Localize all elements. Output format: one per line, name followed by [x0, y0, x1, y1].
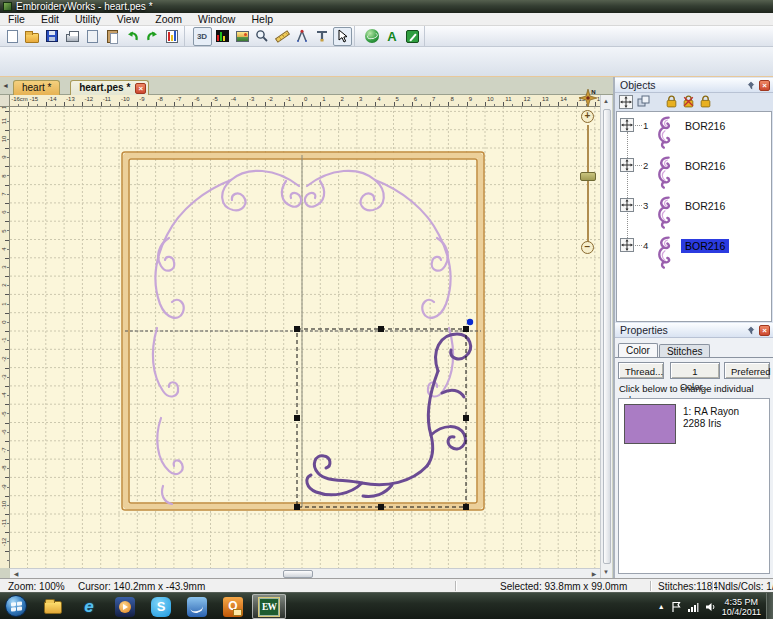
redo-button[interactable]	[143, 27, 162, 46]
clock[interactable]: 4:35 PM 10/4/2011	[722, 597, 761, 617]
undo-button[interactable]	[123, 27, 142, 46]
image-button[interactable]	[233, 27, 252, 46]
preferred-button[interactable]: Preferred	[724, 362, 770, 379]
rotation-handle[interactable]	[467, 319, 473, 325]
zoom-tool-button[interactable]	[253, 27, 272, 46]
show-desktop-button[interactable]	[766, 593, 773, 619]
document-tab-1[interactable]: heart *	[13, 80, 60, 95]
taskbar-mediaplayer-button[interactable]	[108, 594, 142, 619]
properties-panel-close-icon[interactable]: ×	[759, 325, 770, 336]
design-canvas[interactable]	[10, 107, 601, 568]
horizontal-scroll-thumb[interactable]	[283, 570, 313, 578]
selection-handle[interactable]	[378, 504, 384, 510]
object-label[interactable]: BOR216	[681, 119, 729, 133]
start-button[interactable]	[5, 595, 27, 617]
lettering-button[interactable]: A	[383, 27, 402, 46]
selection-handle[interactable]	[294, 415, 300, 421]
tab-scroll-left-icon[interactable]: ◄	[2, 82, 9, 89]
ruler-label: -7	[1, 443, 7, 457]
menu-item-help[interactable]: Help	[243, 13, 281, 26]
lock-open-icon[interactable]	[665, 95, 678, 108]
thread-entry[interactable]: 1: RA Rayon2288 Iris	[619, 399, 769, 449]
tray-expand-icon[interactable]: ▲	[658, 603, 665, 610]
properties-tab-color[interactable]: Color	[618, 343, 658, 357]
taskbar-skype-button[interactable]: S	[144, 594, 178, 619]
lock-crossed-icon[interactable]	[682, 95, 695, 108]
one-color-button[interactable]: 1 Color...	[670, 362, 720, 379]
selection-handle[interactable]	[378, 326, 384, 332]
zoom-slider-handle[interactable]	[580, 172, 596, 181]
taskbar-embroideryworks-button[interactable]: EW	[252, 594, 286, 619]
color-sequence-button[interactable]	[163, 27, 182, 46]
design-notes-button[interactable]	[403, 27, 422, 46]
pin-icon[interactable]	[747, 326, 755, 335]
taskbar-blue-app-button[interactable]	[180, 594, 214, 619]
object-label[interactable]: BOR216	[681, 159, 729, 173]
refresh-colors-button[interactable]	[363, 27, 382, 46]
menu-item-view[interactable]: View	[109, 13, 148, 26]
ruler-label: -2	[267, 96, 272, 102]
ruler-minor-tick	[476, 104, 477, 106]
move-handle-icon[interactable]	[620, 238, 634, 252]
new-document-button[interactable]	[3, 27, 22, 46]
selection-handle[interactable]	[463, 504, 469, 510]
horizontal-scrollbar[interactable]: ◀ ▶	[10, 568, 600, 578]
move-handle-icon[interactable]	[620, 198, 634, 212]
speaker-icon[interactable]	[705, 601, 716, 613]
properties-tab-stitches[interactable]: Stitches	[659, 344, 711, 358]
network-icon[interactable]	[687, 601, 699, 613]
vertical-scrollbar[interactable]: ▲ ▼	[600, 95, 612, 578]
zoom-out-button[interactable]: −	[581, 241, 594, 254]
combine-objects-icon[interactable]	[637, 95, 651, 108]
globe-refresh-icon	[365, 29, 379, 43]
object-label[interactable]: BOR216	[681, 239, 729, 253]
compass-tool-button[interactable]	[293, 27, 312, 46]
vertical-scroll-thumb[interactable]	[603, 109, 611, 564]
measure-button[interactable]	[273, 27, 292, 46]
selection-handle[interactable]	[463, 326, 469, 332]
stitch-chart-button[interactable]	[213, 27, 232, 46]
tsquare-tool-button[interactable]	[313, 27, 332, 46]
select-pointer-button[interactable]	[333, 27, 352, 46]
thread-color-swatch[interactable]	[624, 404, 676, 444]
paste-button[interactable]	[103, 27, 122, 46]
zoom-slider-track[interactable]	[587, 125, 589, 243]
print-button[interactable]	[63, 27, 82, 46]
title-bar[interactable]: EmbroideryWorks - heart.pes *	[0, 0, 773, 13]
selection-handle[interactable]	[463, 415, 469, 421]
ruler-tick	[485, 102, 486, 106]
document-tab-2[interactable]: heart.pes *×	[70, 80, 149, 95]
print-preview-button[interactable]	[83, 27, 102, 46]
menu-item-edit[interactable]: Edit	[33, 13, 67, 26]
object-list-item-2[interactable]: 2BOR216	[617, 152, 771, 192]
render-3d-button[interactable]: 3D	[193, 27, 212, 46]
tab-close-icon[interactable]: ×	[135, 83, 146, 94]
taskbar-explorer-button[interactable]	[36, 594, 70, 619]
move-objects-icon[interactable]	[619, 95, 633, 109]
selection-handle[interactable]	[294, 504, 300, 510]
object-list-item-4[interactable]: 4BOR216	[617, 232, 771, 272]
move-handle-icon[interactable]	[620, 158, 634, 172]
thread-color-list[interactable]: 1: RA Rayon2288 Iris	[618, 398, 770, 574]
scroll-down-icon[interactable]: ▼	[601, 567, 611, 577]
thread-button[interactable]: Thread...	[618, 362, 664, 379]
selection-handle[interactable]	[294, 326, 300, 332]
object-label[interactable]: BOR216	[681, 199, 729, 213]
taskbar-ie-button[interactable]: e	[72, 594, 106, 619]
save-button[interactable]	[43, 27, 62, 46]
menu-item-utility[interactable]: Utility	[67, 13, 109, 26]
open-button[interactable]	[23, 27, 42, 46]
menu-item-file[interactable]: File	[0, 13, 33, 26]
move-handle-icon[interactable]	[620, 118, 634, 132]
menu-item-zoom[interactable]: Zoom	[147, 13, 190, 26]
scroll-up-icon[interactable]: ▲	[601, 96, 611, 106]
menu-item-window[interactable]: Window	[190, 13, 243, 26]
lock-closed-icon[interactable]	[699, 95, 712, 108]
zoom-in-button[interactable]: +	[581, 110, 594, 123]
object-list-item-3[interactable]: 3BOR216	[617, 192, 771, 232]
objects-panel-close-icon[interactable]: ×	[759, 80, 770, 91]
action-center-flag-icon[interactable]	[671, 601, 681, 613]
taskbar-outlook-button[interactable]: O	[216, 594, 250, 619]
object-list-item-1[interactable]: 1BOR216	[617, 112, 771, 152]
pin-icon[interactable]	[747, 81, 755, 90]
